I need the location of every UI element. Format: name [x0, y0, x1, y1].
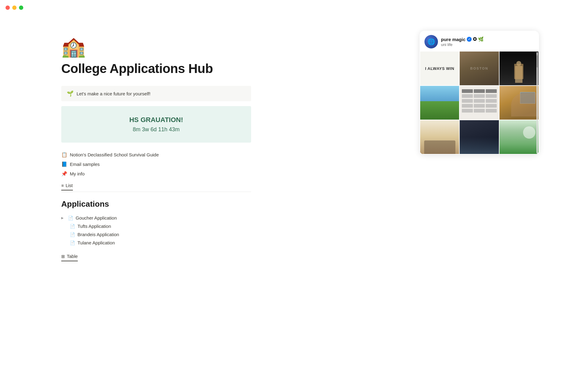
app-name-brandeis: Brandeis Application	[77, 232, 119, 237]
mini-table	[462, 89, 497, 116]
survival-guide-label: Notion's Declassified School Survival Gu…	[70, 152, 159, 157]
photo-speaker-dark	[499, 52, 538, 85]
photo-text-cell: I ALWAYS WIN	[420, 52, 459, 85]
my-info-icon: 📌	[61, 171, 67, 177]
table-row	[462, 109, 497, 113]
table-cell	[486, 109, 497, 113]
traffic-lights	[6, 6, 23, 10]
app-item-goucher[interactable]: ▶ 📄 Goucher Application	[61, 214, 251, 222]
list-view-tab[interactable]: ≡ List	[61, 181, 73, 190]
social-card-header: 🌐 pure magic ✓ ✪ 🌿 uni life	[420, 31, 539, 52]
app-name-goucher: Goucher Application	[76, 215, 117, 220]
table-cell	[474, 109, 485, 113]
callout-box: 🌱 Let's make a nice future for yourself!	[61, 86, 251, 101]
table-cell	[486, 89, 497, 93]
table-row	[462, 99, 497, 103]
section-divider	[61, 192, 251, 192]
table-cell	[462, 104, 473, 108]
social-info: pure magic ✓ ✪ 🌿 uni life	[441, 36, 534, 47]
callout-icon: 🌱	[67, 90, 74, 97]
doc-icon: 📄	[68, 216, 73, 220]
account-emojis: ✪ 🌿	[473, 36, 484, 42]
table-row	[462, 94, 497, 98]
callout-text: Let's make a nice future for yourself!	[77, 91, 150, 96]
app-name-tufts: Tufts Application	[77, 224, 111, 229]
email-samples-label: Email samples	[70, 162, 100, 167]
photo-group-study	[460, 120, 499, 154]
table-cell	[486, 99, 497, 103]
countdown-time: 8m 3w 6d 11h 43m	[67, 126, 245, 133]
social-card: 🌐 pure magic ✓ ✪ 🌿 uni life I ALWAYS WIN	[420, 31, 539, 155]
photo-garden-work	[499, 120, 538, 154]
minimize-button[interactable]	[12, 6, 17, 10]
doc-icon: 📄	[70, 224, 75, 229]
table-view-tab[interactable]: ⊞ Table	[61, 252, 78, 261]
list-tab-label: List	[66, 183, 73, 188]
table-cell	[462, 89, 473, 93]
my-info-label: My info	[70, 171, 85, 176]
avatar-image: 🌐	[424, 35, 438, 48]
link-survival-guide[interactable]: 📋 Notion's Declassified School Survival …	[61, 150, 251, 159]
account-name: pure magic	[441, 37, 466, 42]
toggle-icon[interactable]: ▶	[61, 216, 66, 220]
table-cell	[474, 89, 485, 93]
table-cell	[474, 94, 485, 98]
table-cell	[474, 99, 485, 103]
table-cell	[462, 99, 473, 103]
applications-heading: Applications	[61, 199, 527, 209]
photo-laptop-study	[499, 86, 538, 120]
table-row	[462, 104, 497, 108]
table-cell	[462, 94, 473, 98]
email-samples-icon: 📘	[61, 161, 67, 167]
list-icon: ≡	[61, 183, 64, 188]
social-subtitle: uni life	[441, 42, 534, 47]
table-cell	[486, 104, 497, 108]
app-item-brandeis[interactable]: 📄 Brandeis Application	[61, 230, 251, 239]
scrollbar-thumb[interactable]	[537, 55, 538, 67]
countdown-title: HS GRAUATION!	[67, 116, 245, 124]
main-content: 🏫 College Applications Hub 🌱 Let's make …	[0, 0, 588, 286]
social-name: pure magic ✓ ✪ 🌿	[441, 36, 534, 42]
app-item-tulane[interactable]: 📄 Tulane Application	[61, 239, 251, 247]
table-cell	[474, 104, 485, 108]
app-name-tulane: Tulane Application	[77, 240, 115, 245]
table-tab-label: Table	[67, 254, 78, 259]
table-row	[462, 89, 497, 93]
photo-boston-hoodie	[460, 52, 499, 85]
photo-campus-green	[420, 86, 459, 120]
scrollbar[interactable]	[537, 52, 538, 153]
link-my-info[interactable]: 📌 My info	[61, 169, 251, 178]
table-icon: ⊞	[61, 254, 65, 259]
photo-table-sheet	[460, 86, 499, 120]
maximize-button[interactable]	[19, 6, 23, 10]
avatar: 🌐	[424, 35, 438, 48]
countdown-box: HS GRAUATION! 8m 3w 6d 11h 43m	[61, 106, 251, 143]
table-cell	[462, 109, 473, 113]
app-item-tufts[interactable]: 📄 Tufts Application	[61, 222, 251, 230]
verified-badge: ✓	[467, 37, 472, 42]
text-cell-content: I ALWAYS WIN	[425, 66, 454, 71]
doc-icon: 📄	[70, 232, 75, 237]
photo-grid: I ALWAYS WIN	[420, 52, 539, 155]
photo-cafe-scene	[420, 120, 459, 154]
link-email-samples[interactable]: 📘 Email samples	[61, 159, 251, 169]
table-cell	[486, 94, 497, 98]
doc-icon: 📄	[70, 240, 75, 245]
survival-guide-icon: 📋	[61, 152, 67, 158]
close-button[interactable]	[6, 6, 10, 10]
